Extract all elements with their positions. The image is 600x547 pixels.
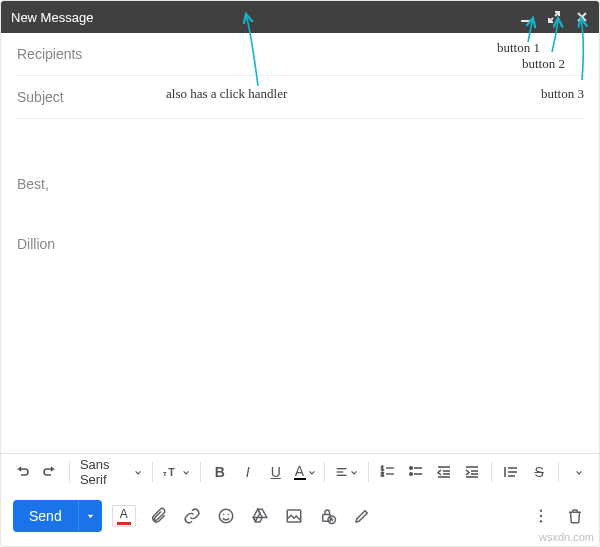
bold-button[interactable]: B <box>207 459 233 485</box>
insert-link-button[interactable] <box>180 504 204 528</box>
send-button[interactable]: Send <box>13 500 78 532</box>
numbered-list-button[interactable]: 12 <box>375 459 401 485</box>
strikethrough-button[interactable]: S <box>526 459 552 485</box>
indent-more-button[interactable] <box>459 459 485 485</box>
toolbar-separator <box>200 462 201 482</box>
toolbar-separator <box>368 462 369 482</box>
undo-button[interactable] <box>9 459 35 485</box>
font-family-select[interactable]: Sans Serif <box>76 459 146 485</box>
attach-file-button[interactable] <box>146 504 170 528</box>
window-title[interactable]: New Message <box>11 10 519 25</box>
strikethrough-icon: S <box>534 464 543 480</box>
indent-less-button[interactable] <box>431 459 457 485</box>
recipients-input[interactable] <box>17 46 583 62</box>
send-group: Send <box>13 500 102 532</box>
toolbar-separator <box>491 462 492 482</box>
italic-button[interactable]: I <box>235 459 261 485</box>
chevron-down-icon <box>134 465 142 480</box>
titlebar[interactable]: New Message <box>1 1 599 33</box>
italic-icon: I <box>246 464 250 480</box>
expand-button[interactable] <box>547 10 561 24</box>
signature-name: Dillion <box>17 234 583 254</box>
expand-icon <box>547 10 561 24</box>
numbered-list-icon: 12 <box>380 464 396 480</box>
text-color-button[interactable]: A <box>291 459 319 485</box>
toolbar-separator <box>152 462 153 482</box>
svg-text:T: T <box>168 466 175 478</box>
insert-drive-button[interactable] <box>248 504 272 528</box>
header-fields <box>1 33 599 119</box>
insert-emoji-button[interactable] <box>214 504 238 528</box>
window-controls <box>519 10 589 24</box>
more-formatting-button[interactable] <box>565 459 591 485</box>
emoji-icon <box>217 507 235 525</box>
svg-point-31 <box>223 514 225 516</box>
svg-point-37 <box>540 515 542 517</box>
align-left-icon <box>335 464 348 480</box>
svg-point-38 <box>540 520 542 522</box>
recipients-field-row <box>15 33 585 76</box>
subject-input[interactable] <box>17 89 583 105</box>
svg-point-30 <box>219 509 233 523</box>
toolbar-separator <box>324 462 325 482</box>
image-icon <box>285 507 303 525</box>
font-family-label: Sans Serif <box>80 457 132 487</box>
indent-more-icon <box>464 464 480 480</box>
discard-draft-button[interactable] <box>563 504 587 528</box>
send-label: Send <box>29 508 62 524</box>
confidential-mode-button[interactable] <box>316 504 340 528</box>
more-vertical-icon <box>532 507 550 525</box>
svg-text:т: т <box>163 469 167 478</box>
underline-icon: U <box>271 464 281 480</box>
close-button[interactable] <box>575 10 589 24</box>
bold-icon: B <box>215 464 225 480</box>
insert-signature-button[interactable] <box>350 504 374 528</box>
text-color-icon: A <box>295 464 304 478</box>
redo-button[interactable] <box>37 459 63 485</box>
more-options-button[interactable] <box>529 504 553 528</box>
link-icon <box>183 507 201 525</box>
chevron-down-icon <box>350 464 358 480</box>
bulleted-list-button[interactable] <box>403 459 429 485</box>
chevron-down-icon <box>308 464 316 480</box>
svg-point-15 <box>410 473 413 476</box>
redo-icon <box>42 464 58 480</box>
send-bar: Send A <box>1 490 599 546</box>
chevron-down-icon <box>575 464 583 480</box>
text-format-underline <box>117 522 131 525</box>
chevron-down-icon <box>86 512 95 521</box>
close-icon <box>575 10 589 24</box>
drive-icon <box>251 507 269 525</box>
minimize-button[interactable] <box>519 10 533 24</box>
paperclip-icon <box>149 507 167 525</box>
quote-button[interactable] <box>498 459 524 485</box>
underline-button[interactable]: U <box>263 459 289 485</box>
text-color-swatch <box>294 478 306 480</box>
align-button[interactable] <box>331 459 362 485</box>
toolbar-separator <box>558 462 559 482</box>
subject-field-row <box>15 76 585 119</box>
font-size-select[interactable]: тT <box>159 459 194 485</box>
send-options-button[interactable] <box>78 500 102 532</box>
trash-icon <box>566 507 584 525</box>
formatting-options-button[interactable]: A <box>112 504 136 528</box>
text-format-letter: A <box>120 507 128 521</box>
svg-point-14 <box>410 467 413 470</box>
signature-line: Best, <box>17 174 583 194</box>
pen-icon <box>353 507 371 525</box>
text-format-icon: A <box>112 505 136 527</box>
minimize-icon <box>519 10 533 24</box>
format-toolbar: Sans Serif тT B I U A 12 <box>1 453 599 490</box>
insert-photo-button[interactable] <box>282 504 306 528</box>
toolbar-separator <box>69 462 70 482</box>
compose-window: New Message Best, Dillion <box>0 0 600 547</box>
svg-text:2: 2 <box>381 471 384 477</box>
lock-clock-icon <box>319 507 337 525</box>
message-body[interactable]: Best, Dillion <box>1 119 599 453</box>
undo-icon <box>14 464 30 480</box>
svg-point-36 <box>540 510 542 512</box>
chevron-down-icon <box>182 464 190 480</box>
text-size-icon: тT <box>163 464 180 480</box>
indent-less-icon <box>436 464 452 480</box>
quote-icon <box>503 464 519 480</box>
